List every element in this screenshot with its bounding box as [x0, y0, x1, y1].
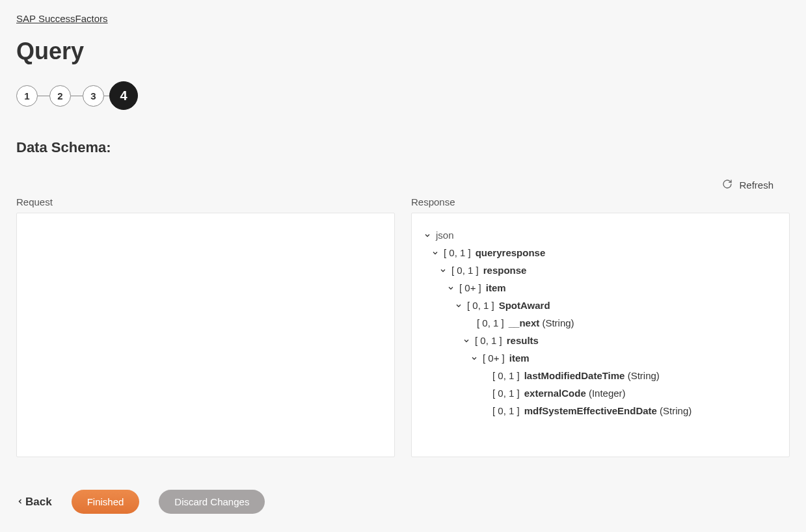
field-type: (String): [625, 370, 659, 381]
field-name: mdfSystemEffectiveEndDate: [524, 405, 657, 416]
field-name: __next: [509, 317, 540, 328]
cardinality: [ 0, 1 ]: [492, 370, 520, 381]
field-name: lastModifiedDateTime: [524, 370, 625, 381]
chevron-down-icon[interactable]: [470, 354, 478, 362]
step-connector: [71, 96, 83, 96]
field-name: SpotAward: [499, 300, 550, 311]
refresh-button[interactable]: Refresh: [722, 179, 773, 191]
step-connector: [104, 96, 109, 96]
tree-node-lastmodified[interactable]: [ 0, 1 ] lastModifiedDateTime (String): [478, 367, 777, 384]
stepper: 1 2 3 4: [16, 81, 790, 110]
chevron-down-icon[interactable]: [439, 267, 447, 274]
response-label: Response: [411, 196, 790, 207]
tree-node-results[interactable]: [ 0, 1 ] results: [463, 332, 777, 349]
footer-actions: Back Finished Discard Changes: [16, 490, 790, 514]
field-type: (Integer): [586, 388, 626, 399]
tree-node-json[interactable]: json: [423, 226, 777, 244]
request-label: Request: [16, 196, 395, 207]
finished-button[interactable]: Finished: [72, 490, 140, 514]
field-name: response: [483, 265, 527, 276]
chevron-down-icon[interactable]: [463, 337, 470, 345]
field-name: item: [486, 282, 506, 293]
field-type: (String): [539, 317, 574, 328]
chevron-down-icon[interactable]: [423, 232, 431, 239]
cardinality: [ 0, 1 ]: [477, 317, 504, 328]
tree-node-queryresponse[interactable]: [ 0, 1 ] queryresponse: [431, 244, 777, 261]
cardinality: [ 0+ ]: [483, 352, 505, 364]
cardinality: [ 0, 1 ]: [467, 300, 494, 311]
tree-node-item-inner[interactable]: [ 0+ ] item: [470, 349, 777, 367]
chevron-down-icon[interactable]: [447, 284, 455, 292]
tree-node-label: json: [436, 230, 454, 241]
step-2[interactable]: 2: [49, 85, 71, 107]
step-3[interactable]: 3: [83, 85, 104, 107]
section-heading: Data Schema:: [16, 139, 790, 156]
step-connector: [38, 96, 49, 96]
cardinality: [ 0, 1 ]: [451, 265, 479, 276]
field-name: externalCode: [524, 388, 586, 399]
refresh-label: Refresh: [739, 180, 773, 191]
step-4[interactable]: 4: [109, 81, 138, 110]
breadcrumb-link[interactable]: SAP SuccessFactors: [16, 13, 108, 24]
back-label: Back: [25, 496, 52, 509]
cardinality: [ 0+ ]: [459, 282, 481, 293]
field-type: (String): [657, 405, 692, 416]
field-name: results: [507, 335, 539, 346]
discard-button[interactable]: Discard Changes: [159, 490, 265, 514]
request-panel: [16, 213, 395, 457]
chevron-down-icon[interactable]: [431, 249, 439, 257]
chevron-down-icon[interactable]: [455, 302, 463, 310]
field-name: item: [509, 352, 530, 364]
tree-node-mdfdate[interactable]: [ 0, 1 ] mdfSystemEffectiveEndDate (Stri…: [478, 402, 777, 419]
tree-node-externalcode[interactable]: [ 0, 1 ] externalCode (Integer): [478, 384, 777, 402]
back-button[interactable]: Back: [16, 496, 52, 509]
field-name: queryresponse: [476, 247, 546, 258]
response-panel: json [ 0, 1 ] queryresponse [ 0, 1 ]: [411, 213, 790, 457]
tree-node-next[interactable]: [ 0, 1 ] __next (String): [463, 314, 777, 332]
chevron-left-icon: [16, 496, 24, 509]
tree-node-response[interactable]: [ 0, 1 ] response: [439, 261, 777, 279]
cardinality: [ 0, 1 ]: [444, 247, 471, 258]
cardinality: [ 0, 1 ]: [492, 388, 520, 399]
page-title: Query: [16, 38, 790, 65]
tree-node-item[interactable]: [ 0+ ] item: [447, 279, 777, 297]
refresh-icon: [722, 179, 732, 191]
cardinality: [ 0, 1 ]: [492, 405, 520, 416]
tree-node-spotaward[interactable]: [ 0, 1 ] SpotAward: [455, 297, 777, 314]
step-1[interactable]: 1: [16, 85, 38, 107]
cardinality: [ 0, 1 ]: [475, 335, 502, 346]
